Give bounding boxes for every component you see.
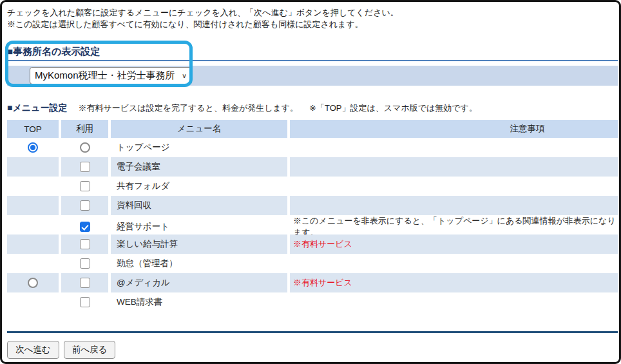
instructions-line-2: ※この設定は選択した顧客すべてに有効になり、関連付けされた顧客も同様に設定されま… (7, 19, 618, 30)
table-row-web-invoice: WEB請求書 (7, 292, 618, 312)
top-radio[interactable] (28, 142, 38, 153)
menu-note-paid-service: ※有料サービスは設定を完了すると、料金が発生します。 (78, 102, 298, 114)
table-row-shared-folder: 共有フォルダ (7, 177, 618, 196)
table-row-attendance-admin: 勤怠（管理者） (7, 254, 618, 273)
office-section-title: ■事務所名の表示設定 (7, 46, 618, 61)
page-frame: チェックを入れた顧客に設定するメニューにチェックを入れ、「次へ進む」ボタンを押し… (0, 0, 621, 364)
menu-name: トップページ (111, 138, 287, 157)
menu-name: 共有フォルダ (111, 177, 287, 196)
col-header-notes: 注意事項 (290, 120, 618, 138)
table-row-at-medical: @メディカル ※有料サービス (7, 273, 618, 292)
col-header-menu-name: メニュー名 (111, 120, 287, 138)
table-row-payroll: 楽しい給与計算 ※有料サービス (7, 235, 618, 254)
menu-name: 楽しい給与計算 (111, 235, 287, 254)
use-checkbox[interactable] (80, 278, 90, 288)
office-name-select[interactable]: MyKomon税理士・社労士事務所 ∨ (30, 67, 192, 84)
menu-name: WEB請求書 (111, 292, 287, 312)
menu-name: 勤怠（管理者） (111, 254, 287, 273)
use-checkbox[interactable] (80, 297, 90, 307)
use-checkbox[interactable] (80, 258, 90, 269)
note-text: ※有料サービス (293, 277, 352, 289)
office-name-select-value: MyKomon税理士・社労士事務所 (35, 70, 175, 82)
menu-name: 資料回収 (111, 196, 287, 215)
menu-section-header: ■メニュー設定 ※有料サービスは設定を完了すると、料金が発生します。 ※「TOP… (7, 102, 618, 116)
office-name-section: ■事務所名の表示設定 MyKomon税理士・社労士事務所 ∨ (7, 46, 618, 86)
back-button[interactable]: 前へ戻る (64, 341, 116, 359)
menu-name: @メディカル (111, 273, 287, 292)
next-button[interactable]: 次へ進む (7, 341, 59, 359)
table-row-top-page: トップページ (7, 138, 618, 157)
divider-top (7, 331, 618, 333)
use-checkbox[interactable] (80, 222, 90, 232)
use-checkbox[interactable] (80, 162, 90, 172)
use-checkbox[interactable] (80, 200, 90, 211)
col-header-use: 利用 (61, 120, 108, 138)
button-row: 次へ進む 前へ戻る (7, 341, 618, 359)
top-radio[interactable] (28, 278, 38, 288)
note-text: ※有料サービス (293, 238, 352, 250)
use-checkbox[interactable] (80, 181, 90, 191)
menu-note-top-smartphone: ※「TOP」設定は、スマホ版では無効です。 (309, 102, 477, 114)
menu-section-title: ■メニュー設定 (7, 102, 67, 116)
table-row-document-collection: 資料回収 (7, 196, 618, 215)
chevron-down-icon: ∨ (182, 72, 187, 80)
office-select-row: MyKomon税理士・社労士事務所 ∨ (7, 66, 618, 86)
menu-name: 電子会議室 (111, 157, 287, 177)
table-row-e-meeting: 電子会議室 (7, 157, 618, 177)
menu-table-body: トップページ 電子会議室 共有フォルダ (7, 138, 618, 312)
use-radio[interactable] (80, 142, 90, 153)
menu-settings-section: ■メニュー設定 ※有料サービスは設定を完了すると、料金が発生します。 ※「TOP… (7, 102, 618, 312)
table-row-management-support: 経営サポート ※このメニューを非表示にすると、「トップページ」にある関連情報が非… (7, 215, 618, 235)
use-checkbox[interactable] (80, 239, 90, 249)
col-header-top: TOP (7, 120, 59, 138)
menu-table-header: TOP 利用 メニュー名 注意事項 (7, 120, 618, 138)
instructions-line-1: チェックを入れた顧客に設定するメニューにチェックを入れ、「次へ進む」ボタンを押し… (7, 7, 618, 19)
menu-table: TOP 利用 メニュー名 注意事項 トップページ 電子 (7, 120, 618, 312)
page-content: チェックを入れた顧客に設定するメニューにチェックを入れ、「次へ進む」ボタンを押し… (2, 2, 618, 364)
